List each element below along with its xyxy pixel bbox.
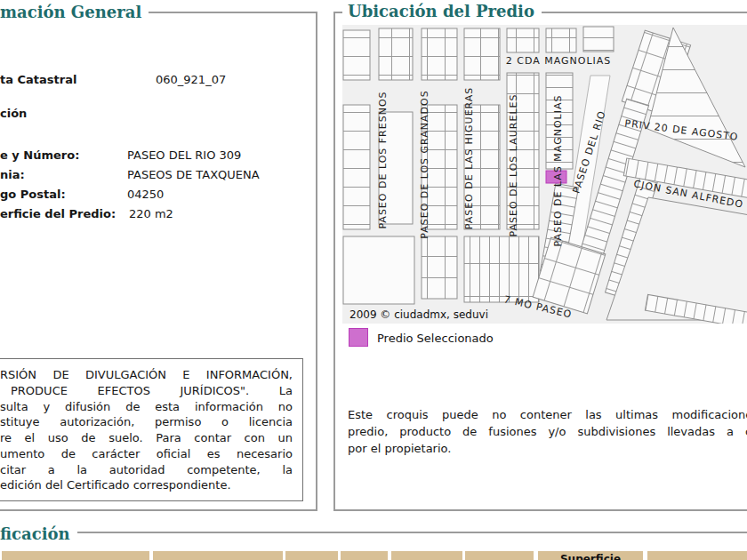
cadastral-report-page: { "colors": { "legend_teal": "#1e6c6c", … — [0, 0, 747, 560]
ubicacion-section-label: ción — [0, 107, 27, 120]
disclaimer-line: sulta y difusión de esta información no — [0, 399, 293, 415]
disclaimer-line: citar a la autoridad competente, la — [0, 462, 293, 478]
zoning-header-cell — [153, 551, 283, 560]
codigo-postal-label: go Postal: — [0, 188, 66, 201]
street-label-0: PASEO DE LOS FRESNOS — [377, 91, 389, 228]
colonia-label: nia: — [0, 168, 25, 181]
map-note-line: por el propietario. — [348, 440, 747, 457]
map-copyright: 2009 © ciudadmx, seduvi — [349, 308, 488, 321]
cuenta-catastral-value: 060_921_07 — [156, 73, 226, 86]
disclaimer-line: umento de carácter oficial es necesario — [0, 446, 293, 462]
map-note: Este croquis puede no contener las ultim… — [348, 406, 747, 457]
colonia-value: PASEOS DE TAXQUENA — [127, 168, 260, 181]
selected-parcel-label: Predio Seleccionado — [377, 332, 494, 345]
disclaimer-line: PRODUCE EFECTOS JURÍDICOS". La — [0, 383, 293, 399]
disclaimer-line: RSIÓN DE DIVULGACIÓN E INFORMACIÓN, — [0, 367, 293, 383]
disclaimer-line: stituye autorización, permiso o licencia — [0, 414, 293, 430]
map-note-line: predio, producto de fusiones y/o subdivi… — [348, 423, 747, 440]
zoning-header-cell-superficie: Superficie — [538, 551, 643, 560]
legal-disclaimer-box: RSIÓN DE DIVULGACIÓN E INFORMACIÓN, PROD… — [0, 358, 303, 501]
map-note-line: Este croquis puede no contener las ultim… — [348, 406, 747, 423]
cuenta-catastral-label: ta Catastral — [0, 73, 76, 86]
selected-parcel-swatch — [349, 328, 368, 347]
disclaimer-line: re el uso de suelo. Para contar con un — [0, 430, 293, 446]
street-label-3: PASEO DE LOS LAURELES — [508, 94, 519, 237]
zoning-header-cell — [285, 551, 338, 560]
superficie-predio-label: erficie del Predio: — [0, 207, 116, 220]
zoning-header-cell — [391, 551, 462, 560]
zoning-header-cell — [2, 551, 149, 560]
location-legend: Ubicación del Predio — [342, 2, 542, 20]
street-label-1: PASEO DE LOS GRANADOS — [419, 90, 430, 238]
zoning-legend: ficación — [0, 524, 77, 543]
zoning-header-cell — [647, 551, 747, 560]
street-label-6: 2 CDA MAGNOLIAS — [506, 55, 612, 67]
zoning-header-cell — [341, 551, 388, 560]
disclaimer-line: edición del Certificado correspondiente. — [0, 477, 293, 493]
calle-numero-value: PASEO DEL RIO 309 — [127, 148, 241, 162]
codigo-postal-value: 04250 — [127, 188, 164, 201]
street-label-4: PASEO DE LAS MAGNOLIAS — [552, 95, 564, 247]
general-info-legend: mación General — [0, 3, 149, 21]
street-label-2: PASEO DE LAS HIGUERAS — [463, 87, 475, 230]
superficie-predio-value: 220 m2 — [129, 207, 173, 220]
location-map: PASEO DE LOS FRESNOSPASEO DE LOS GRANADO… — [342, 25, 747, 324]
calle-numero-label: e y Número: — [0, 148, 79, 162]
zoning-header-cell — [465, 551, 534, 560]
